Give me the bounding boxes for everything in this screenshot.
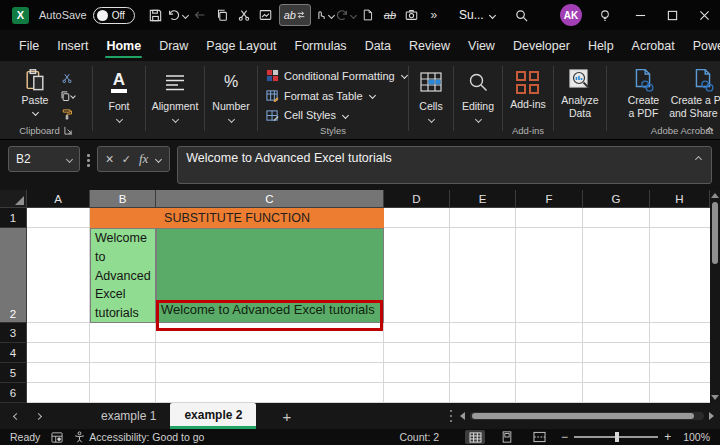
row-header-3[interactable]: 3 xyxy=(0,323,27,343)
cell-styles-button[interactable]: Cell Styles xyxy=(266,105,348,125)
new-document-icon[interactable] xyxy=(357,4,379,26)
sheet-nav-left-icon[interactable] xyxy=(13,412,20,419)
zoom-in-icon[interactable]: + xyxy=(664,430,671,444)
column-header-b[interactable]: B xyxy=(90,190,156,208)
row-header-4[interactable]: 4 xyxy=(0,343,27,363)
add-sheet-button[interactable]: + xyxy=(282,408,291,425)
close-button[interactable] xyxy=(688,0,720,30)
tab-page-layout[interactable]: Page Layout xyxy=(197,30,285,61)
paste-button[interactable]: Paste xyxy=(16,68,54,121)
cell-b2[interactable]: Welcome to Advanced Excel tutorials xyxy=(90,228,156,323)
row-header-2[interactable]: 2 xyxy=(0,228,27,323)
number-group[interactable]: % Number xyxy=(205,61,257,139)
conditional-formatting-button[interactable]: Conditional Formatting xyxy=(266,66,407,86)
page-layout-view-button[interactable] xyxy=(497,430,517,444)
name-box[interactable]: B2 xyxy=(8,146,80,172)
formula-bar-drag-handle[interactable] xyxy=(87,154,90,167)
format-as-table-button[interactable]: Format as Table xyxy=(266,86,375,106)
column-header-f[interactable]: F xyxy=(516,190,583,208)
tab-draw[interactable]: Draw xyxy=(150,30,197,61)
strikethrough-icon[interactable]: ab xyxy=(379,4,401,26)
row-header-1[interactable]: 1 xyxy=(0,208,27,228)
cut-icon[interactable] xyxy=(58,70,76,85)
maximize-button[interactable] xyxy=(656,0,688,30)
tab-developer[interactable]: Developer xyxy=(504,30,579,61)
create-pdf-button[interactable]: Create a PDF xyxy=(628,63,660,120)
analyze-data-button[interactable]: Analyze Data xyxy=(561,63,598,120)
alignment-group[interactable]: Alignment xyxy=(146,61,204,139)
font-icon: A xyxy=(111,71,127,93)
zoom-slider[interactable]: − + xyxy=(561,430,671,444)
camera-icon[interactable] xyxy=(401,4,423,26)
zoom-thumb[interactable] xyxy=(615,432,619,442)
column-header-h[interactable]: H xyxy=(650,190,710,208)
editing-group[interactable]: Editing xyxy=(454,61,502,139)
horizontal-scrollbar[interactable] xyxy=(460,412,714,420)
collapse-formula-bar-icon[interactable] xyxy=(695,156,702,163)
clipboard-dialog-launcher-icon[interactable] xyxy=(64,126,73,135)
tab-insert[interactable]: Insert xyxy=(48,30,97,61)
minimize-button[interactable] xyxy=(624,0,656,30)
enter-icon[interactable]: ✓ xyxy=(122,153,131,166)
insert-function-icon[interactable]: fx xyxy=(139,151,148,167)
scroll-down-icon[interactable] xyxy=(711,395,719,400)
format-painter-icon[interactable] xyxy=(58,106,76,121)
cut-icon[interactable] xyxy=(233,4,255,26)
sheet-tab-example-1[interactable]: example 1 xyxy=(87,403,170,429)
replace-button[interactable]: ab xyxy=(279,4,311,26)
addins-button[interactable]: Add-ins xyxy=(510,63,546,111)
column-header-g[interactable]: G xyxy=(583,190,650,208)
font-group[interactable]: A Font xyxy=(93,61,145,139)
macro-record-icon[interactable] xyxy=(51,432,63,443)
copy-icon[interactable] xyxy=(58,88,76,103)
scroll-up-icon[interactable] xyxy=(711,193,719,198)
tab-home[interactable]: Home xyxy=(97,30,150,61)
tab-review[interactable]: Review xyxy=(400,30,459,61)
accessibility-status[interactable]: Accessibility: Good to go xyxy=(89,431,204,443)
tab-data[interactable]: Data xyxy=(356,30,400,61)
horizontal-scroll-thumb[interactable] xyxy=(472,413,694,419)
scroll-right-icon[interactable] xyxy=(709,412,714,420)
sheet-tab-example-2[interactable]: example 2 xyxy=(170,403,256,429)
tab-help[interactable]: Help xyxy=(579,30,623,61)
autosave-toggle[interactable]: Off xyxy=(93,7,135,24)
autosave-control[interactable]: AutoSave Off xyxy=(39,7,135,24)
vertical-scrollbar[interactable] xyxy=(710,190,720,403)
row-header-5[interactable]: 5 xyxy=(0,363,27,383)
copy-icon[interactable] xyxy=(211,4,233,26)
page-break-preview-button[interactable] xyxy=(529,430,549,444)
select-all-button[interactable] xyxy=(0,190,27,208)
picture-export-icon[interactable] xyxy=(255,4,277,26)
qat-overflow-icon[interactable]: » xyxy=(423,4,445,26)
row-header-6[interactable]: 6 xyxy=(0,383,27,403)
tab-file[interactable]: File xyxy=(10,30,48,61)
cancel-icon[interactable]: × xyxy=(106,151,114,167)
scroll-left-icon[interactable] xyxy=(460,412,465,420)
tab-formulas[interactable]: Formulas xyxy=(286,30,356,61)
sheet-tab-menu-icon[interactable] xyxy=(450,410,453,423)
formula-input[interactable]: Welcome to Advanced Excel tutorials xyxy=(177,146,712,184)
undo-icon[interactable] xyxy=(167,4,189,26)
column-header-c[interactable]: C xyxy=(156,190,384,208)
tab-view[interactable]: View xyxy=(459,30,504,61)
avatar[interactable]: AK xyxy=(560,4,582,26)
vertical-scroll-thumb[interactable] xyxy=(712,202,718,264)
column-header-d[interactable]: D xyxy=(384,190,450,208)
cell-b1c1-merged[interactable]: SUBSTITUTE FUNCTION xyxy=(90,208,384,228)
document-title[interactable]: Su... xyxy=(459,8,495,22)
touch-mode-icon[interactable] xyxy=(313,4,335,26)
normal-view-button[interactable] xyxy=(465,430,485,444)
cells-group[interactable]: Cells xyxy=(409,61,453,139)
create-pdf-share-link-button[interactable]: Create a PDF and Share link xyxy=(669,63,720,120)
save-icon[interactable] xyxy=(145,4,167,26)
tab-power-pivot[interactable]: Power Pivot xyxy=(684,30,720,61)
zoom-level[interactable]: 100% xyxy=(683,431,710,443)
column-header-e[interactable]: E xyxy=(450,190,516,208)
zoom-out-icon[interactable]: − xyxy=(561,430,568,444)
lightbulb-icon[interactable] xyxy=(594,4,616,26)
column-header-a[interactable]: A xyxy=(27,190,90,208)
search-icon[interactable] xyxy=(510,4,532,26)
paste-label: Paste xyxy=(22,94,49,106)
sheet-nav-right-icon[interactable] xyxy=(35,412,42,419)
tab-acrobat[interactable]: Acrobat xyxy=(623,30,684,61)
